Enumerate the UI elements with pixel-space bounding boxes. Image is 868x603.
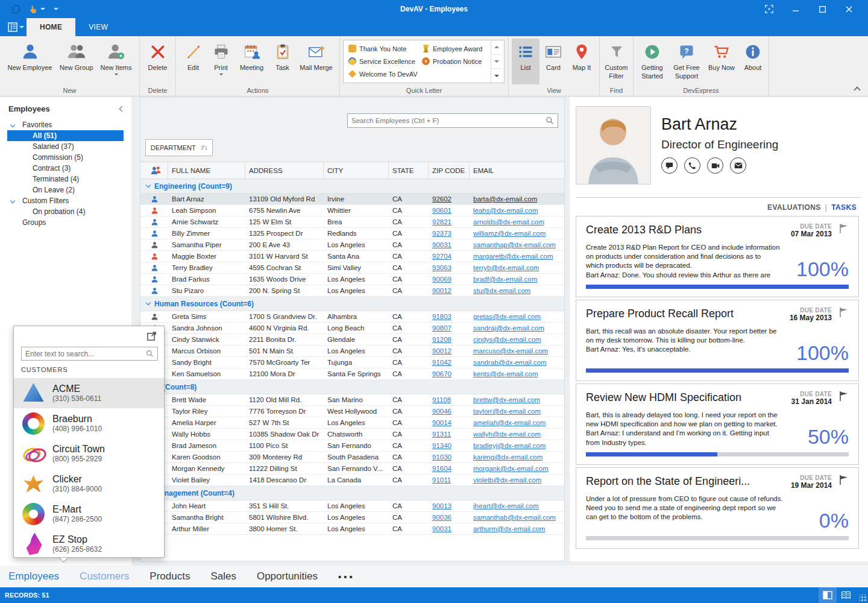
sidebar-tree-item[interactable]: Favorites — [0, 119, 131, 130]
sidebar-tree-item[interactable]: On probation (4) — [0, 206, 131, 217]
mail-merge-button[interactable]: Mail Merge — [297, 39, 336, 84]
new-items-button[interactable]: New Items — [96, 39, 136, 84]
more-tabs-button[interactable]: ••• — [338, 572, 355, 582]
column-header-full-name[interactable]: FULL NAME — [168, 162, 245, 178]
email-link[interactable]: sandrab@dx-email.com — [473, 359, 547, 366]
zip-link[interactable]: 90012 — [432, 347, 451, 355]
chat-button[interactable] — [661, 157, 678, 174]
sidebar-tree-item[interactable]: All (51) — [7, 130, 124, 141]
print-button[interactable]: Print — [207, 39, 235, 84]
email-button[interactable] — [730, 157, 746, 174]
column-header-city[interactable]: CITY — [324, 162, 389, 178]
employee-type-column-icon[interactable] — [140, 162, 168, 178]
popup-search-input[interactable] — [22, 350, 146, 358]
customer-list-item[interactable]: Circuit Town (800) 955-2929 — [14, 438, 164, 469]
zip-link[interactable]: 91208 — [432, 336, 451, 343]
zip-link[interactable]: 92602 — [432, 195, 451, 203]
task-card[interactable]: Prepare Product Recall Report DUE DATE 1… — [576, 300, 859, 381]
quick-letter-item[interactable]: Thank You Note — [344, 42, 416, 55]
application-menu-button[interactable] — [5, 20, 27, 34]
email-link[interactable]: taylorr@dx-email.com — [473, 408, 541, 415]
email-link[interactable]: brettw@dx-email.com — [473, 396, 540, 403]
group-row-human-resources[interactable]: Human Resources (Count=6) — [140, 297, 564, 311]
quick-letter-item[interactable]: Welcome To DevAV — [344, 68, 416, 80]
email-link[interactable]: bradleyj@dx-email.com — [473, 442, 546, 449]
buy-now-button[interactable]: Buy Now — [704, 39, 739, 84]
table-row[interactable]: Morgan Kennedy 11222 Dilling St San Fern… — [140, 463, 564, 475]
zip-link[interactable]: 91311 — [432, 431, 451, 438]
table-row[interactable]: Leah Simpson 6755 Newlin Ave Whittier CA… — [140, 205, 564, 216]
resize-grip[interactable] — [860, 595, 867, 602]
email-link[interactable]: bradf@dx-email.com — [473, 276, 537, 283]
column-header-zip[interactable]: ZIP CODE — [429, 162, 470, 178]
task-card[interactable]: Review New HDMI Specification DUE DATE 3… — [576, 384, 859, 465]
quick-letter-item[interactable]: Service Excellence — [344, 55, 416, 68]
custom-filter-button[interactable]: Custom Filter — [600, 39, 633, 84]
about-button[interactable]: About — [739, 39, 767, 84]
email-link[interactable]: violetb@dx-email.com — [473, 476, 541, 484]
table-row[interactable]: Brad Farkus 1635 Woods Drive Los Angeles… — [140, 274, 564, 285]
gallery-scroll-down-button[interactable] — [491, 55, 502, 69]
sidebar-tree-item[interactable]: On Leave (2) — [0, 185, 131, 195]
email-link[interactable]: cindys@dx-email.com — [473, 336, 541, 343]
email-link[interactable]: arnolds@dx-email.com — [473, 218, 544, 226]
table-row[interactable]: Sandy Bright 7570 McGroarty Ter Tujunga … — [140, 357, 564, 368]
table-row[interactable]: Maggie Boxter 3101 W Harvard St Santa An… — [140, 251, 564, 262]
email-link[interactable]: kareng@dx-email.com — [473, 453, 542, 461]
module-tab-sales[interactable]: Sales — [210, 570, 236, 582]
new-employee-button[interactable]: New Employee — [4, 39, 57, 84]
edit-button[interactable]: Edit — [180, 39, 207, 84]
zip-link[interactable]: 92821 — [432, 218, 451, 226]
zip-link[interactable]: 90036 — [432, 514, 451, 521]
task-button[interactable]: Task — [269, 39, 297, 84]
email-link[interactable]: kents@dx-email.com — [473, 370, 538, 377]
customer-list-item[interactable]: Clicker (310) 884-9000 — [14, 469, 164, 499]
email-link[interactable]: gretas@dx-email.com — [473, 313, 541, 320]
zip-link[interactable]: 91340 — [432, 442, 451, 449]
qat-customize-button[interactable] — [54, 8, 58, 10]
module-tab-opportunities[interactable]: Opportunities — [257, 570, 318, 582]
detail-panel-toggle-button[interactable] — [819, 587, 837, 603]
customer-list-item[interactable]: Braeburn (408) 996-1010 — [14, 408, 164, 438]
module-tab-customers[interactable]: Customers — [80, 570, 129, 582]
table-row[interactable]: Samantha Bright 5801 Wilshire Blvd. Los … — [140, 512, 564, 523]
call-button[interactable] — [684, 157, 700, 174]
table-row[interactable]: Bart Arnaz 13109 Old Myford Rd Irvine CA… — [140, 194, 564, 205]
meeting-button[interactable]: Meeting — [235, 39, 269, 84]
grid-search-input[interactable] — [348, 117, 546, 124]
popout-button[interactable] — [146, 331, 157, 344]
table-row[interactable]: Marcus Orbison 501 N Main St Los Angeles… — [140, 346, 564, 357]
zip-link[interactable]: 92373 — [432, 230, 451, 237]
table-row[interactable]: Ken Samuelson 12100 Mora Dr Santa Fe Spr… — [140, 368, 564, 380]
quick-letter-item[interactable]: Employee Award — [417, 42, 489, 55]
email-link[interactable]: jheart@dx-email.com — [473, 502, 539, 510]
group-row-engineering[interactable]: Engineering (Count=9) — [140, 179, 564, 194]
gallery-expand-button[interactable] — [491, 69, 502, 83]
module-tab-products[interactable]: Products — [149, 570, 190, 582]
sidebar-collapse-icon[interactable] — [119, 106, 125, 112]
minimize-button[interactable] — [782, 0, 809, 18]
group-by-chip[interactable]: DEPARTMENT — [145, 139, 213, 156]
popup-search-box[interactable] — [21, 347, 158, 361]
sidebar-tree-item[interactable]: Contract (3) — [0, 163, 131, 174]
table-row[interactable]: Terry Bradley 4595 Cochran St Simi Valle… — [140, 262, 564, 274]
video-call-button[interactable] — [707, 157, 723, 174]
group-row-management[interactable]: Management (Count=4) — [140, 486, 564, 500]
zip-link[interactable]: 91108 — [432, 396, 451, 403]
map-it-button[interactable]: Map It — [567, 39, 596, 84]
group-row-it[interactable]: IT (Count=8) — [140, 380, 564, 394]
zip-link[interactable]: 91803 — [432, 313, 451, 320]
table-row[interactable]: Taylor Riley 7776 Torreyson Dr West Holl… — [140, 406, 564, 417]
zip-link[interactable]: 92704 — [432, 253, 451, 260]
table-row[interactable]: Greta Sims 1700 S Grandview Dr. Alhambra… — [140, 311, 564, 323]
tab-tasks[interactable]: TASKS — [831, 203, 857, 212]
table-row[interactable]: Karen Goodson 309 Monterey Rd South Pasa… — [140, 452, 564, 463]
email-link[interactable]: marcuso@dx-email.com — [473, 347, 548, 355]
sidebar-tree-item[interactable]: Custom Filters — [0, 195, 131, 206]
email-link[interactable]: terryb@dx-email.com — [473, 264, 539, 271]
table-row[interactable]: Stu Pizaro 200 N. Spring St Los Angeles … — [140, 285, 564, 297]
sidebar-tree-item[interactable]: Groups — [0, 217, 131, 228]
view-list-button[interactable]: List — [512, 39, 539, 84]
zip-link[interactable]: 90014 — [432, 419, 451, 426]
column-header-address[interactable]: ADDRESS — [245, 162, 324, 178]
